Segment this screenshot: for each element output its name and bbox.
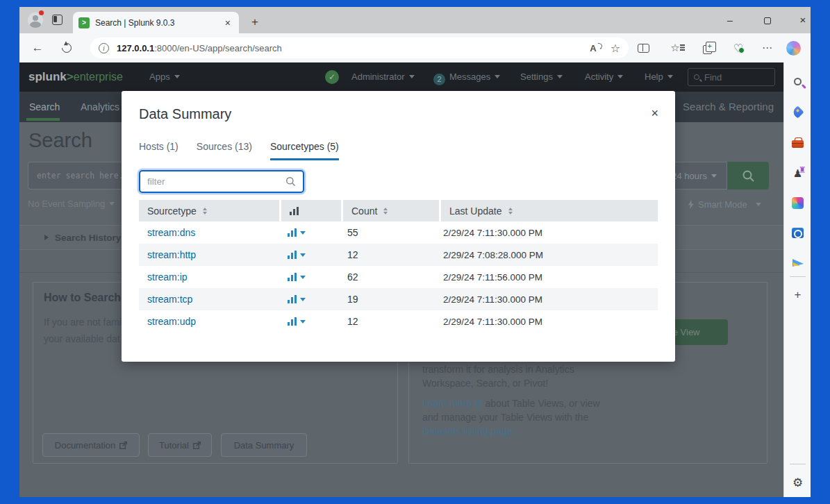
plus-icon: + [795,288,802,302]
sourcetype-link[interactable]: stream:udp [147,316,196,327]
tab-sources[interactable]: Sources (13) [197,141,252,160]
page-title: Search [28,129,92,152]
panel-text-line: If you are not famil [44,317,124,328]
sourcetype-cell: stream:http [139,244,279,266]
chart-dropdown[interactable] [279,266,339,288]
tab-preview-icon[interactable] [52,15,63,25]
tab-close-button[interactable]: × [222,17,233,28]
table-row: stream:udp122/29/24 7:11:30.000 PM [139,310,658,333]
tutorial-button[interactable]: Tutorial [148,433,212,457]
refresh-button[interactable] [57,33,76,62]
sidebar-outlook-button[interactable] [784,222,811,243]
sidebar-add-button[interactable]: + [784,285,811,305]
sidebar-drop-button[interactable] [784,252,811,273]
maximize-button[interactable] [756,7,779,33]
table-row: stream:dns552/29/24 7:11:30.000 PM [139,221,658,244]
sourcetype-table: Sourcetype Count Last Update [139,200,658,333]
more-ellipsis-icon: ⋯ [762,42,773,54]
edge-sidebar: ♟♜ + ⚙ [783,62,811,497]
back-button[interactable]: ← [28,33,47,62]
chart-dropdown[interactable] [279,310,339,333]
filter-input[interactable] [147,176,285,187]
collections-button[interactable] [697,33,717,62]
learn-more-link[interactable]: Learn more [422,398,472,409]
sidebar-settings-button[interactable]: ⚙ [784,472,811,493]
sort-header-sourcetype[interactable]: Sourcetype [139,200,279,221]
event-sampling-dropdown[interactable]: No Event Sampling [28,199,115,209]
read-aloud-button[interactable]: A [590,43,596,53]
sourcetype-cell: stream:tcp [139,288,279,310]
sidebar-shopping-button[interactable] [784,101,811,122]
splunk-page: splunk>enterprise Apps ✓ Administrator 2… [19,62,783,497]
panel-text-line: transform it for analysis in Analytics [422,364,574,375]
modal-close-button[interactable]: × [651,106,658,120]
data-summary-modal: Data Summary × Hosts (1) Sources (13) So… [122,91,675,362]
sort-header-count[interactable]: Count [343,200,439,221]
refresh-icon [60,41,74,55]
more-menu-button[interactable]: ⋯ [758,33,777,62]
sort-header-last-update[interactable]: Last Update [441,200,658,221]
split-screen-icon [638,44,649,53]
site-info-icon[interactable]: i [99,43,109,53]
shopping-tag-icon [791,106,804,118]
panel-text-line: your available dat [44,333,120,344]
chart-dropdown[interactable] [279,221,339,244]
count-cell: 19 [339,288,435,310]
caret-down-icon [300,253,306,257]
sourcetype-link[interactable]: stream:dns [147,227,195,238]
documentation-button[interactable]: Documentation [42,433,140,457]
split-screen-button[interactable] [633,33,653,62]
bar-chart-icon [288,251,297,259]
sourcetype-link[interactable]: stream:tcp [147,294,192,305]
minimize-button[interactable]: – [718,7,742,33]
browser-toolbar: ← i 127.0.0.1:8000/en-US/app/search/sear… [19,33,811,62]
chart-column-header[interactable] [281,200,341,221]
search-icon [742,169,755,183]
browser-tab[interactable]: > Search | Splunk 9.0.3 × [73,12,239,33]
sourcetype-link[interactable]: stream:http [147,249,196,260]
sidebar-divider [790,276,806,277]
close-window-button[interactable]: × [791,7,815,33]
datasets-listing-link[interactable]: Datasets listing page. [422,426,515,437]
url-text: 127.0.0.1:8000/en-US/app/search/search [117,43,590,53]
sidebar-games-button[interactable]: ♟♜ [784,162,811,183]
last-update-cell: 2/29/24 7:11:30.000 PM [435,221,658,244]
caret-down-icon [300,320,306,324]
sidebar-search-button[interactable] [784,71,811,92]
sidebar-tools-button[interactable] [784,132,811,153]
new-tab-button[interactable]: + [246,13,264,31]
outlook-icon [792,228,804,238]
caret-down-icon [756,203,761,206]
paper-plane-icon [792,259,804,267]
search-button[interactable] [727,162,769,190]
data-summary-button[interactable]: Data Summary [221,433,307,457]
panel-title: How to Search [44,292,121,304]
external-link-icon [474,400,482,408]
sidebar-m365-button[interactable] [784,192,811,213]
add-favorite-star-icon[interactable]: ☆ [611,42,620,55]
sourcetype-link[interactable]: stream:ip [147,271,188,283]
browser-essentials-button[interactable]: ♡ [729,33,748,62]
copilot-button[interactable] [783,33,803,62]
essentials-heart-icon: ♡ [733,42,743,55]
tab-sourcetypes[interactable]: Sourcetypes (5) [270,141,339,160]
tab-hosts[interactable]: Hosts (1) [139,141,179,160]
filter-box [139,170,304,193]
panel-text-line: Workspace, Search, or Pivot! [422,378,548,389]
favorites-button[interactable]: ☆ [665,33,685,62]
browser-window: > Search | Splunk 9.0.3 × + – × ← i 127.… [19,7,811,497]
sort-arrows-icon [508,208,513,215]
address-bar[interactable]: i 127.0.0.1:8000/en-US/app/search/search… [90,37,629,58]
smart-mode-dropdown[interactable]: Smart Mode [688,199,761,210]
chart-dropdown[interactable] [279,244,339,266]
bar-chart-icon [288,295,297,303]
count-cell: 62 [339,266,435,288]
last-update-cell: 2/29/24 7:11:30.000 PM [435,310,658,333]
favorites-star-list-icon: ☆ [670,42,679,54]
sourcetype-table-body: stream:dns552/29/24 7:11:30.000 PMstream… [139,221,658,333]
search-icon [285,176,296,187]
chart-dropdown[interactable] [279,288,339,310]
count-cell: 12 [339,244,435,266]
modal-tabs: Hosts (1) Sources (13) Sourcetypes (5) [139,141,339,160]
external-link-icon [119,442,127,449]
